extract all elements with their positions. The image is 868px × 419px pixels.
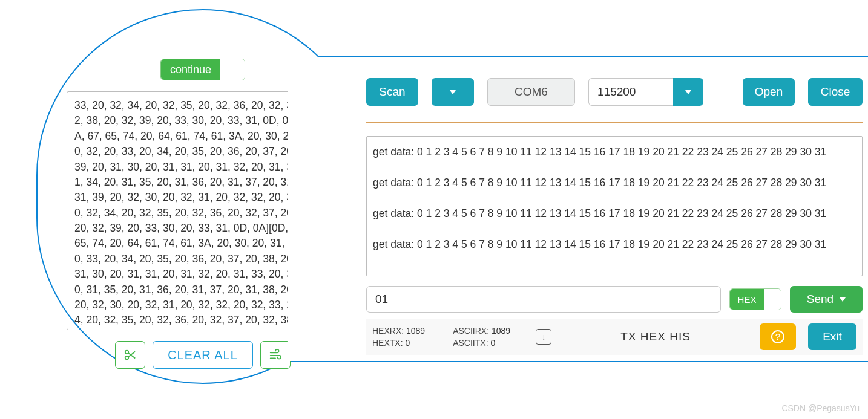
baud-rate-input[interactable] (588, 78, 673, 106)
scissors-icon (123, 348, 137, 362)
asciirx-value: 1089 (492, 326, 510, 336)
cut-button[interactable] (115, 341, 145, 369)
hex-toggle-label: HEX (730, 289, 764, 310)
help-icon: ? (771, 330, 785, 344)
wind-icon (269, 348, 282, 362)
rx-tx-stats: HEXRX: 1089 HEXTX: 0 ASCIIRX: 1089 ASCII… (372, 326, 510, 348)
console-line: get data: 0 1 2 3 4 5 6 7 8 9 10 11 12 1… (373, 144, 856, 160)
clear-all-button[interactable]: CLEAR ALL (153, 341, 253, 369)
scan-button[interactable]: Scan (366, 78, 418, 106)
hextx-label: HEXTX: (372, 338, 403, 348)
open-button[interactable]: Open (743, 78, 795, 106)
toolbar: Scan COM6 Open Close (366, 78, 863, 123)
send-row: HEX Send (366, 286, 863, 313)
console-line: get data: 0 1 2 3 4 5 6 7 8 9 10 11 12 1… (373, 206, 856, 222)
status-bar: HEXRX: 1089 HEXTX: 0 ASCIIRX: 1089 ASCII… (366, 319, 863, 355)
asciitx-label: ASCIITX: (453, 338, 488, 348)
chevron-down-icon (450, 90, 456, 94)
chevron-down-icon (840, 297, 846, 302)
tx-hex-history-label[interactable]: TX HEX HIS (564, 330, 748, 343)
continue-toggle[interactable]: continue (160, 59, 245, 80)
send-button-label: Send (807, 293, 833, 306)
hex-mode-toggle[interactable]: HEX (729, 288, 781, 310)
console-line: get data: 0 1 2 3 4 5 6 7 8 9 10 11 12 1… (373, 175, 856, 191)
baud-dropdown-button[interactable] (673, 78, 703, 106)
watermark: CSDN @PegasusYu (781, 403, 860, 413)
hexrx-label: HEXRX: (372, 326, 404, 336)
chevron-down-icon (685, 90, 691, 94)
exit-button[interactable]: Exit (808, 323, 856, 350)
com-port-display[interactable]: COM6 (487, 78, 575, 106)
continue-toggle-label: continue (161, 59, 220, 80)
port-dropdown-button[interactable] (432, 78, 474, 106)
help-button[interactable]: ? (760, 323, 796, 350)
asciirx-label: ASCIIRX: (453, 326, 489, 336)
download-icon[interactable]: ↓ (536, 329, 551, 345)
wind-button[interactable] (260, 341, 291, 369)
send-input[interactable] (366, 286, 721, 313)
circle-button-row: CLEAR ALL (115, 341, 291, 369)
close-button[interactable]: Close (808, 78, 863, 106)
asciitx-value: 0 (490, 338, 495, 348)
send-button[interactable]: Send (790, 286, 863, 313)
serial-terminal-panel: Scan COM6 Open Close get data: 0 1 2 3 4… (288, 56, 868, 362)
svg-text:?: ? (775, 331, 780, 342)
console-output[interactable]: get data: 0 1 2 3 4 5 6 7 8 9 10 11 12 1… (366, 136, 863, 276)
console-line: get data: 0 1 2 3 4 5 6 7 8 9 10 11 12 1… (373, 236, 856, 253)
hextx-value: 0 (405, 338, 410, 348)
hexrx-value: 1089 (406, 326, 425, 336)
baud-rate-control (588, 78, 703, 106)
